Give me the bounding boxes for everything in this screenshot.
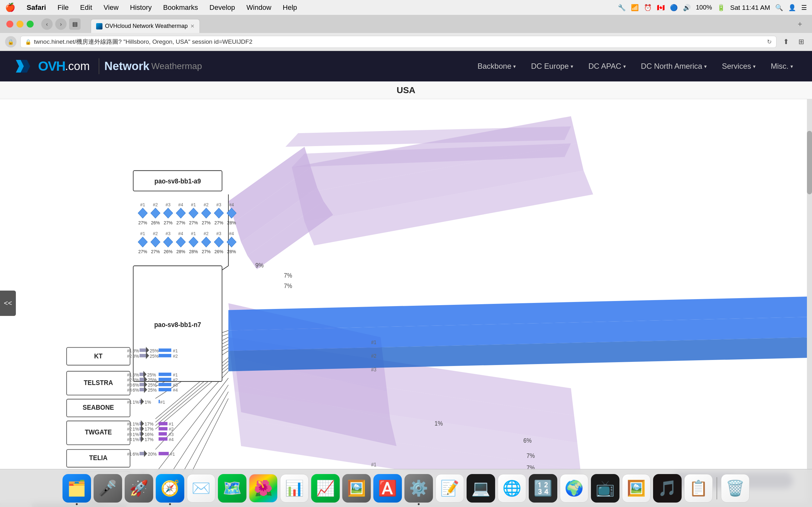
menubar-history[interactable]: History <box>128 3 154 12</box>
dock-siri[interactable]: 🎤 <box>94 474 122 503</box>
backbone-label: Backbone <box>478 62 512 71</box>
svg-rect-175 <box>159 452 169 455</box>
dock-launchpad[interactable]: 🚀 <box>125 474 153 503</box>
menubar-search-icon[interactable]: 🔍 <box>775 4 783 11</box>
dock-calculator[interactable]: 🔢 <box>529 474 557 503</box>
nav-dc-north-america[interactable]: DC North America ▾ <box>635 58 713 74</box>
close-button[interactable] <box>6 20 13 27</box>
svg-line-26 <box>155 344 229 383</box>
menubar-edit[interactable]: Edit <box>78 3 95 12</box>
svg-text:#1: #1 <box>169 421 174 427</box>
main-content[interactable]: << <box>0 99 812 507</box>
nav-misc[interactable]: Misc. ▾ <box>764 58 799 74</box>
dock-keynote[interactable]: 📊 <box>280 474 309 503</box>
svg-text:#1: #1 <box>140 202 145 208</box>
browser-chrome: ‹ › ▤ OVHcloud Network Weathermap ✕ + 🔒 … <box>0 15 812 51</box>
menubar-safari[interactable]: Safari <box>24 3 49 12</box>
svg-text:#1: #1 <box>371 339 376 345</box>
menubar-right: 🔧 📶 ⏰ 🇨🇦 🔵 🔊 100% 🔋 Sat 11:41 AM 🔍 👤 ☰ <box>618 4 807 11</box>
dock-google[interactable]: 🌍 <box>560 474 589 503</box>
svg-text:27%: 27% <box>202 220 211 226</box>
svg-line-29 <box>155 358 229 419</box>
dock-maps[interactable]: 🗺️ <box>218 474 247 503</box>
menubar-window[interactable]: Window <box>244 3 274 12</box>
new-tab-button[interactable]: + <box>794 18 806 30</box>
tab-bar: ‹ › ▤ OVHcloud Network Weathermap ✕ + <box>0 15 812 33</box>
maximize-button[interactable] <box>27 20 34 27</box>
dock-terminal[interactable]: 💻 <box>467 474 495 503</box>
menubar-help[interactable]: Help <box>280 3 299 12</box>
svg-marker-151 <box>141 425 144 432</box>
svg-line-30 <box>155 361 229 422</box>
svg-marker-173 <box>144 450 147 457</box>
menubar-avatar-icon[interactable]: 👤 <box>788 4 796 11</box>
svg-marker-62 <box>227 208 236 218</box>
reload-icon[interactable]: ↻ <box>767 38 772 45</box>
svg-text:27%: 27% <box>189 220 198 226</box>
menubar-controlcenter-icon[interactable]: ☰ <box>801 4 807 11</box>
dock-appstore[interactable]: 🅰️ <box>373 474 402 503</box>
svg-rect-146 <box>159 422 167 426</box>
apple-menu[interactable]: 🍎 <box>5 3 15 12</box>
backbone-dropdown-icon: ▾ <box>513 63 516 69</box>
dock-preview[interactable]: 🖼️ <box>622 474 651 503</box>
dock-notes[interactable]: 📋 <box>684 474 713 503</box>
svg-text:#4: #4 <box>178 202 183 208</box>
nav-dc-apac[interactable]: DC APAC ▾ <box>582 58 632 74</box>
collapse-sidebar-button[interactable]: << <box>0 291 16 316</box>
svg-rect-130 <box>159 388 171 391</box>
dock-finder[interactable]: 🗂️ <box>62 474 91 503</box>
svg-text:#1: #1 <box>127 399 132 405</box>
back-button[interactable]: ‹ <box>41 18 53 30</box>
dock-numbers[interactable]: 📈 <box>311 474 340 503</box>
menubar-develop[interactable]: Develop <box>207 3 238 12</box>
svg-text:1%: 1% <box>145 399 151 405</box>
svg-rect-98 <box>140 354 146 357</box>
tab-close-icon[interactable]: ✕ <box>190 23 194 29</box>
svg-text:#3: #3 <box>216 202 221 208</box>
scroll-thumb-vertical[interactable] <box>807 131 812 194</box>
svg-text:#3: #3 <box>173 383 178 388</box>
svg-text:#4: #4 <box>173 388 178 393</box>
dock-photos[interactable]: 🌺 <box>249 474 277 503</box>
browser-tab-active[interactable]: OVHcloud Network Weathermap ✕ <box>91 19 200 33</box>
nav-backbone[interactable]: Backbone ▾ <box>471 58 522 74</box>
dock-mail[interactable]: ✉️ <box>187 474 215 503</box>
share-button[interactable]: ⬆ <box>780 36 792 48</box>
address-bar[interactable]: 🔒 twnoc.hinet.net/機房連外線路圖? "Hillsboro, O… <box>20 36 776 48</box>
svg-rect-153 <box>159 427 167 431</box>
minimize-button[interactable] <box>16 20 23 27</box>
dock-safari[interactable]: 🧭 <box>156 474 184 503</box>
ovh-logo-icon <box>13 57 38 76</box>
svg-text:7%: 7% <box>284 282 292 289</box>
svg-marker-165 <box>141 436 144 442</box>
menubar-file[interactable]: File <box>55 3 71 12</box>
nav-services[interactable]: Services ▾ <box>716 58 762 74</box>
dock-chrome[interactable]: 🌐 <box>498 474 526 503</box>
menubar-view[interactable]: View <box>101 3 121 12</box>
svg-text:#3: #3 <box>165 202 171 208</box>
dock-trash[interactable]: 🗑️ <box>721 474 750 503</box>
menubar-bookmarks[interactable]: Bookmarks <box>160 3 200 12</box>
dock-systemprefs[interactable]: ⚙️ <box>404 474 433 503</box>
misc-dropdown-icon: ▾ <box>791 63 793 69</box>
scrollbar-vertical[interactable] <box>807 99 812 507</box>
svg-line-25 <box>155 341 229 380</box>
privacy-icon[interactable]: 🔒 <box>5 36 16 48</box>
svg-text:#4: #4 <box>229 231 234 236</box>
nav-dc-europe[interactable]: DC Europe ▾ <box>525 58 579 74</box>
fullscreen-button[interactable]: ⊞ <box>796 36 807 48</box>
svg-marker-15 <box>229 337 574 415</box>
svg-text:28%: 28% <box>227 220 236 226</box>
svg-text:1%: 1% <box>133 427 139 432</box>
dock-textedit[interactable]: 📝 <box>436 474 464 503</box>
svg-text:20%: 20% <box>148 451 157 457</box>
dock-notchmeister[interactable]: 🖼️ <box>342 474 371 503</box>
forward-button[interactable]: › <box>55 18 67 30</box>
svg-text:7%: 7% <box>526 452 535 459</box>
sidebar-toggle-button[interactable]: ▤ <box>69 18 81 30</box>
svg-text:#4: #4 <box>229 202 234 208</box>
dock-spotify[interactable]: 🎵 <box>653 474 681 503</box>
dock-tv[interactable]: 📺 <box>591 474 619 503</box>
svg-rect-109 <box>159 373 171 376</box>
